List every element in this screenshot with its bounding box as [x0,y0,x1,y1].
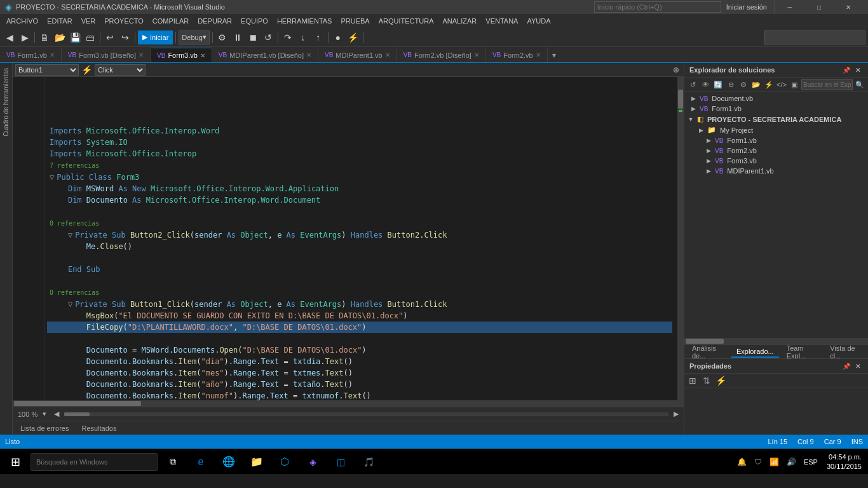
start-button[interactable]: ⊞ [3,449,28,475]
task-sound-icon[interactable]: 🔊 [784,458,799,466]
minimize-button[interactable]: ─ [775,0,804,14]
tab-form3-vb-close[interactable]: ✕ [200,52,205,59]
tab-form3-vb[interactable]: VB Form3.vb ✕ [151,48,212,62]
new-project-btn[interactable]: 🗎 [37,30,51,44]
save-all-btn[interactable]: 🗃 [83,30,97,44]
menu-analizar[interactable]: ANALIZAR [439,14,481,28]
start-btn[interactable]: ▶ Iniciar [138,30,173,44]
stop-btn[interactable]: ⏹ [246,30,260,44]
menu-proyecto[interactable]: PROYECTO [100,14,147,28]
toolbar-search-input[interactable] [764,30,865,44]
expand-myproject[interactable]: ▶ [697,127,705,133]
h-scrollbar-thumb[interactable] [14,401,141,406]
solution-search-input[interactable] [801,79,853,90]
expand-form3[interactable]: ▶ [705,158,712,164]
zoom-down[interactable]: ▾ [43,410,46,418]
menu-arquitectura[interactable]: ARQUITECTURA [375,14,438,28]
prop-close-btn[interactable]: ✕ [853,361,863,371]
open-btn[interactable]: 📂 [53,30,67,44]
tree-item-form1-root[interactable]: ▶ VB Form1.vb [684,104,868,114]
btab-results[interactable]: Resultados [76,423,121,433]
tree-item-solution[interactable]: ▼ ◧ PROYECTO - SECRETARIA ACADEMICA [684,114,868,125]
redo-btn[interactable]: ↪ [118,30,132,44]
tab-form3-design[interactable]: VB Form3.vb [Diseño] ✕ [62,48,151,62]
expand-form1[interactable]: ▶ [705,137,712,144]
tab-form2-design-close[interactable]: ✕ [474,51,479,58]
horizontal-scrollbar[interactable] [13,400,684,407]
save-btn[interactable]: 💾 [68,30,82,44]
sol-search-btn[interactable]: 🔍 [854,79,865,90]
prop-sort-btn[interactable]: ⇅ [701,375,712,386]
sol-open-btn[interactable]: 📂 [750,79,762,90]
tab-overflow[interactable]: ▾ [548,48,560,62]
scrollbar-thumb[interactable] [678,90,683,109]
event-dropdown[interactable]: Click [95,64,146,76]
zoom-right[interactable]: ▶ [674,410,679,418]
expand-document[interactable]: ▶ [689,95,697,102]
menu-ver[interactable]: VER [78,14,100,28]
task-vs-btn[interactable]: ◈ [300,449,325,475]
attach-btn[interactable]: ⚙ [215,30,229,44]
tree-item-form2[interactable]: ▶ VB Form2.vb [684,146,868,156]
editor-expand-btn[interactable]: ⊕ [671,65,681,75]
menu-ayuda[interactable]: AYUDA [523,14,554,28]
close-button[interactable]: ✕ [834,0,863,14]
tree-item-form1[interactable]: ▶ VB Form1.vb [684,135,868,146]
debug-dropdown[interactable]: Debug ▾ [179,30,209,44]
task-wifi-icon[interactable]: 📶 [767,458,782,466]
menu-depurar[interactable]: DEPURAR [194,14,236,28]
scroll-indicator[interactable] [64,412,668,416]
tab-mdiparent1-design[interactable]: VB MDIParent1.vb [Diseño] ✕ [212,48,318,62]
taskbar-search-input[interactable] [31,453,158,471]
sol-show-all-btn[interactable]: 👁 [700,79,711,90]
task-network-icon[interactable]: 🔔 [735,458,749,466]
task-edge-btn[interactable]: e [188,449,214,475]
task-hp-btn[interactable]: ⬡ [272,449,297,475]
prop-events-btn[interactable]: ⚡ [715,375,726,386]
undo-btn[interactable]: ↩ [103,30,117,44]
restart-btn[interactable]: ↺ [261,30,275,44]
tree-item-mdiparent1[interactable]: ▶ VB MDIParent1.vb [684,166,868,176]
menu-editar[interactable]: EDITAR [43,14,76,28]
btab-team[interactable]: Team Expl... [782,344,822,358]
tree-item-myproject[interactable]: ▶ 📁 My Project [684,125,868,135]
btab-vista[interactable]: Vista de cl... [825,344,865,358]
sol-refresh-btn[interactable]: 🔄 [712,79,724,90]
se-close-btn[interactable]: ✕ [853,65,863,75]
menu-prueba[interactable]: PRUEBA [337,14,373,28]
task-view-btn[interactable]: ⧉ [160,449,186,475]
task-win-btn[interactable]: ◫ [328,449,353,475]
zoom-left[interactable]: ◀ [54,410,59,418]
forward-button[interactable]: ▶ [18,30,32,44]
tree-item-document[interactable]: ▶ VB Document.vb [684,93,868,104]
expand-form2[interactable]: ▶ [705,147,712,154]
prop-pin-btn[interactable]: 📌 [841,361,851,371]
menu-compilar[interactable]: COMPILAR [149,14,193,28]
side-data-icon[interactable]: Cuadro de herramientas [3,65,10,139]
pause-btn[interactable]: ⏸ [231,30,245,44]
expand-form1-root[interactable]: ▶ [689,105,697,112]
tab-mdiparent1-vb[interactable]: VB MDIParent1.vb ✕ [318,48,397,62]
step-out-btn[interactable]: ↑ [311,30,325,44]
tab-form2-design[interactable]: VB Form2.vb [Diseño] ✕ [397,48,486,62]
vertical-scrollbar[interactable] [677,77,684,400]
task-explorer-btn[interactable]: 📁 [244,449,269,475]
tab-mdiparent1-vb-close[interactable]: ✕ [385,51,390,58]
btab-explorador[interactable]: Explorado... [731,346,779,358]
btab-errors[interactable]: Lista de errores [15,423,74,433]
sol-designer-btn[interactable]: ▣ [789,79,800,90]
task-media-btn[interactable]: 🎵 [356,449,381,475]
se-pin-btn[interactable]: 📌 [841,65,851,75]
sol-sync-btn[interactable]: ↺ [687,79,698,90]
expand-mdiparent1[interactable]: ▶ [705,168,712,174]
tab-form2-vb-close[interactable]: ✕ [536,51,541,58]
menu-archivo[interactable]: ARCHIVO [3,14,42,28]
class-dropdown[interactable]: Button1 [15,64,79,76]
tab-form1-close[interactable]: ✕ [50,51,55,58]
sol-code-btn[interactable]: </> [776,79,787,90]
tree-scroll-thumb[interactable] [686,339,724,344]
step-into-btn[interactable]: ↓ [296,30,310,44]
expand-solution[interactable]: ▼ [687,116,695,123]
maximize-button[interactable]: □ [804,0,834,14]
step-over-btn[interactable]: ↷ [281,30,295,44]
